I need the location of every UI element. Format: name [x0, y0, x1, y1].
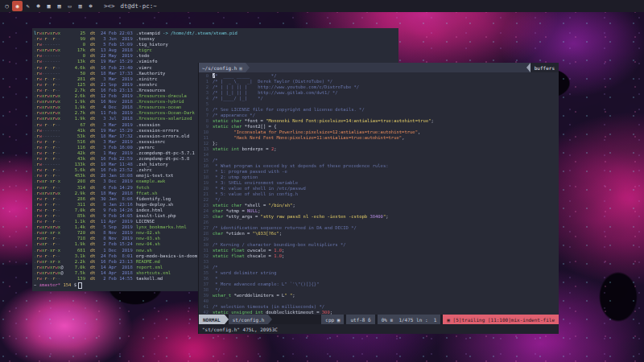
- modified-icon: ▣: [239, 65, 242, 71]
- file-owner: dt: [90, 236, 98, 241]
- tab-config-h[interactable]: ~/s/config.h ▣: [199, 63, 246, 72]
- window-tag-icon[interactable]: ▭: [64, 1, 75, 11]
- perm-char: -: [58, 53, 60, 58]
- file-owner: dt: [90, 270, 98, 276]
- image-tag-icon[interactable]: ▦: [43, 1, 54, 11]
- file-row: .rw-------0dt22 May 2019.todo: [34, 53, 398, 59]
- file-size: 0: [63, 53, 85, 59]
- file-permissions: .rwxrwxrwx: [34, 47, 63, 53]
- file-owner: dt: [90, 219, 98, 224]
- perm-char: x: [58, 224, 60, 229]
- line-number: 21: [199, 191, 208, 197]
- file-date: 21 Sep 2019: [101, 82, 134, 88]
- code-segment: static char: [213, 118, 245, 123]
- code-segment: /*: [213, 265, 218, 269]
- file-permissions: .rwxrwxrwx@: [34, 265, 63, 270]
- line-number: 33: [199, 259, 208, 265]
- editor-line: 33: [199, 259, 559, 265]
- file-name: .steampid: [136, 31, 160, 36]
- editor-line: 3/* | |_| || | http://www.gitlab.com/dwt…: [199, 90, 559, 96]
- line-code: /* identification sequence returned in D…: [213, 225, 357, 231]
- file-owner: dt: [90, 224, 98, 230]
- file-owner: dt: [90, 110, 98, 116]
- editor-line: 17 * 1: program passed with -e: [199, 169, 559, 175]
- file-name: new.sh: [136, 248, 152, 253]
- perm-char: x: [58, 259, 60, 264]
- prompt-symbol: $: [74, 282, 76, 288]
- file-date: 2 Feb 15:24: [101, 241, 134, 247]
- perm-char: -: [58, 173, 60, 178]
- line-code: char *vtiden = "\033[?6c";: [213, 231, 282, 237]
- code-segment: ;: [279, 231, 282, 236]
- file-permissions: .rw-r--r--: [34, 139, 63, 145]
- code-segment: *worddelimiters = L: [234, 293, 285, 298]
- file-permissions: .rw-r--r--: [34, 208, 63, 213]
- file-owner: dt: [90, 128, 98, 134]
- file-permissions: .rwxrwxrwx: [34, 105, 63, 110]
- file-permissions: .rw-r--r--: [34, 36, 63, 42]
- editor-buffer[interactable]: 0/* ____ _____ */1/* | _ \_ _| Derek Tay…: [199, 72, 559, 315]
- editor-line: 29: [199, 237, 559, 242]
- perm-char: -: [58, 122, 60, 127]
- file-name: new-03.sh: [136, 236, 160, 241]
- line-number: 28: [199, 231, 208, 237]
- editor-line: 40: [199, 298, 559, 304]
- code-segment: ,: [418, 130, 420, 134]
- file-permissions: .rwxr--r--: [34, 236, 63, 241]
- file-owner: dt: [90, 162, 98, 167]
- file-name: hugo-deploy.sh: [136, 202, 173, 208]
- file-size: 1.9k: [63, 116, 85, 121]
- line-code: * 3: SHELL environment variable: [213, 180, 298, 186]
- browser-tag-icon[interactable]: ◯: [2, 1, 12, 11]
- line-code: * 2: utmp option: [213, 175, 258, 180]
- terminal-cursor: [78, 282, 82, 289]
- file-size: 286: [63, 196, 85, 202]
- docs-tag-icon[interactable]: ▥: [75, 1, 85, 11]
- line-number: 27: [199, 225, 208, 231]
- files-tag-icon[interactable]: ▤: [54, 1, 64, 11]
- line-number: 16: [199, 163, 208, 169]
- code-segment: "Mononoki Nerd Font:pixelsize=14:antiali…: [266, 118, 431, 123]
- file-size: 1.9k: [63, 241, 85, 247]
- tab-label: ~/s/config.h: [202, 65, 237, 71]
- perm-char: -: [58, 167, 60, 172]
- vim-window-config-h[interactable]: ~/s/config.h ▣ buffers 0/* ____ _____ */…: [198, 63, 559, 334]
- file-owner: dt: [90, 93, 98, 99]
- encoding-indicator: utf-8 δ: [346, 315, 374, 324]
- file-row: .rw-------0dt 5 Feb 15:09.tig_history: [34, 42, 398, 47]
- file-owner: dt: [90, 156, 98, 162]
- file-name: org-mode-basics-in-doom-e: [136, 253, 203, 259]
- editor-line: 8static char *font = "Mononoki Nerd Font…: [199, 118, 559, 124]
- file-name: .viminfo: [136, 59, 158, 64]
- line-number: 24: [199, 208, 208, 214]
- layout-symbol[interactable]: ><>: [104, 2, 115, 10]
- file-size: 7.5k: [63, 270, 85, 276]
- active-tag-icon[interactable]: ◉: [12, 1, 23, 11]
- file-size: 2.7k: [63, 88, 85, 93]
- perm-char: -: [58, 76, 60, 81]
- vim-command-line[interactable]: "st/config.h" 475L, 20953C: [199, 324, 559, 334]
- edit-tag-icon[interactable]: ✎: [23, 1, 33, 11]
- line-code: "Hack Nerd Font Mono:pixelsize=11:antial…: [213, 135, 404, 141]
- file-permissions: .rw-r--r--: [34, 213, 63, 219]
- chat-tag-icon[interactable]: ☻: [33, 1, 43, 11]
- file-date: 1 May 2019: [101, 150, 134, 156]
- file-size: 125: [63, 82, 85, 88]
- file-date: 11 Feb 2019: [101, 110, 134, 116]
- whitespace-warning-badge: ▣ [5]trailing [11:100]mix-indent-file: [443, 315, 559, 324]
- code-segment: ,: [402, 135, 404, 140]
- code-segment: /* See LICENSE file for copyright and li…: [213, 107, 365, 112]
- editor-line: 38 */: [199, 287, 559, 293]
- buffers-label[interactable]: buffers: [530, 63, 559, 72]
- code-segment: /* identification sequence returned in D…: [213, 225, 357, 230]
- file-permissions: .rw-r--r--: [34, 202, 63, 208]
- file-owner: dt: [90, 185, 98, 191]
- code-segment: char: [213, 214, 226, 219]
- file-date: 19 Mar 15:29: [101, 128, 134, 134]
- file-date: 16 Feb 23:13: [101, 88, 134, 93]
- perm-char: -: [58, 145, 60, 150]
- code-segment: /* appearance */: [213, 113, 255, 117]
- file-date: 24 Feb 8:01: [101, 253, 134, 259]
- line-code: /* | | | || | http://www.youtube.com/c/D…: [213, 84, 359, 90]
- settings-tag-icon[interactable]: ☸: [85, 1, 96, 11]
